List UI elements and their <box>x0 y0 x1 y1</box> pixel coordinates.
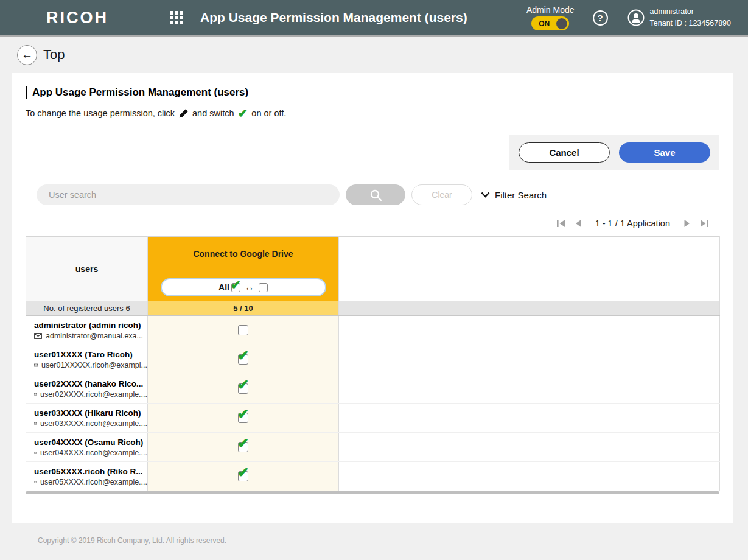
pagination-text: 1 - 1 / 1 Application <box>595 219 670 228</box>
page-title: App Usage Permission Management (users) <box>32 86 248 99</box>
app-launcher-grid-icon[interactable] <box>170 11 183 24</box>
all-unchecked-checkbox-icon <box>259 283 268 292</box>
actions-strip: Cancel Save <box>509 135 719 170</box>
envelope-icon <box>34 362 38 368</box>
toggle-knob-icon <box>556 18 567 29</box>
instruction-text: To change the usage permission, click an… <box>26 107 719 119</box>
back-button[interactable]: ← <box>17 45 37 65</box>
permission-cell[interactable] <box>148 316 339 345</box>
permission-checkbox[interactable] <box>238 413 248 423</box>
empty-cell-1 <box>339 374 530 404</box>
admin-mode-state: ON <box>539 19 550 28</box>
admin-mode-label: Admin Mode <box>526 5 575 15</box>
user-cell: user01XXXX (Taro Ricoh) user01XXXXX.rico… <box>26 345 148 374</box>
table-row: user04XXXX (Osamu Ricoh) user04XXXX.rico… <box>26 433 720 462</box>
permission-cell[interactable] <box>148 374 339 404</box>
user-search-input[interactable] <box>37 184 340 205</box>
user-cell: user02XXXX (hanako Rico... user02XXXX.ri… <box>26 374 148 404</box>
user-name: user02XXXX (hanako Rico... <box>34 379 147 388</box>
empty-cell-2 <box>530 345 720 374</box>
permission-checkbox[interactable] <box>238 442 248 452</box>
user-info-text: administrator Tenant ID : 1234567890 <box>650 6 731 29</box>
empty-cell-2 <box>530 374 720 404</box>
prev-page-button[interactable] <box>575 219 582 228</box>
user-email-text: user03XXXX.ricoh@example.... <box>40 419 147 428</box>
page-title-row: App Usage Permission Management (users) <box>26 86 719 99</box>
clear-button[interactable]: Clear <box>411 184 472 205</box>
permission-cell[interactable] <box>148 462 339 491</box>
empty-cell-1 <box>339 316 530 345</box>
table-row: user03XXXX (Hikaru Ricoh) user03XXXX.ric… <box>26 404 720 433</box>
count-empty-cell-1 <box>339 301 530 316</box>
empty-cell-1 <box>339 433 530 462</box>
user-email: user02XXXX.ricoh@example.... <box>34 390 147 399</box>
left-right-arrow-icon: ↔ <box>245 282 254 293</box>
permission-cell[interactable] <box>148 404 339 433</box>
user-account-block[interactable]: administrator Tenant ID : 1234567890 <box>627 6 731 29</box>
app-column-header: Connect to Google Drive All ↔ <box>148 237 339 301</box>
empty-cell-2 <box>530 462 720 491</box>
user-rows: administrator (admin ricoh) administrato… <box>26 316 720 491</box>
next-page-button[interactable] <box>683 219 691 228</box>
envelope-icon <box>34 450 37 456</box>
logo-area: RICOH <box>0 0 155 35</box>
cancel-button[interactable]: Cancel <box>519 142 610 163</box>
empty-cell-2 <box>530 404 720 433</box>
user-email: user03XXXX.ricoh@example.... <box>34 419 147 428</box>
user-email-text: user01XXXXX.ricoh@exampl... <box>41 361 147 369</box>
user-cell: user05XXXX.ricoh (Riko R... user05XXXX.r… <box>26 462 148 491</box>
permission-checkbox[interactable] <box>238 383 248 394</box>
permission-cell[interactable] <box>148 345 339 374</box>
count-row: No. of registered users 6 5 / 10 <box>26 301 720 316</box>
user-name: user03XXXX (Hikaru Ricoh) <box>34 408 147 418</box>
search-icon <box>369 189 382 201</box>
app-column-title: Connect to Google Drive <box>148 249 338 259</box>
instruction-suffix: on or off. <box>251 108 286 118</box>
user-email-text: administrator@manual.exa... <box>46 332 143 340</box>
permission-checkbox[interactable] <box>238 354 248 365</box>
page-footer: Copyright © 2019 Ricoh Company, Ltd. All… <box>0 523 748 545</box>
user-email-text: user05XXXX.ricoh@example.... <box>40 478 147 486</box>
user-avatar-icon <box>627 9 645 26</box>
user-name-text: administrator <box>650 6 731 18</box>
user-name: administrator (admin ricoh) <box>34 321 147 330</box>
user-email-text: user02XXXX.ricoh@example.... <box>40 390 147 399</box>
user-email: administrator@manual.exa... <box>34 332 147 340</box>
permission-cell[interactable] <box>148 433 339 462</box>
empty-cell-2 <box>530 316 720 345</box>
search-row: Clear Filter Search <box>26 184 719 205</box>
envelope-icon <box>34 479 37 485</box>
instruction-middle: and switch <box>192 108 234 118</box>
last-page-button[interactable] <box>699 219 709 228</box>
help-icon[interactable]: ? <box>593 10 608 26</box>
filter-search-label: Filter Search <box>495 190 547 200</box>
copyright-text: Copyright © 2019 Ricoh Company, Ltd. All… <box>38 536 226 545</box>
ricoh-logo: RICOH <box>46 9 108 27</box>
user-cell: user03XXXX (Hikaru Ricoh) user03XXXX.ric… <box>26 404 148 433</box>
check-icon: ✔ <box>238 107 248 119</box>
back-label[interactable]: Top <box>43 47 65 63</box>
empty-cell-2 <box>530 433 720 462</box>
user-email: user01XXXXX.ricoh@exampl... <box>34 361 147 369</box>
admin-mode-block: Admin Mode ON <box>526 5 575 30</box>
pencil-icon <box>178 108 189 119</box>
envelope-icon <box>34 333 42 339</box>
filter-search-toggle[interactable]: Filter Search <box>481 190 547 200</box>
table-row: user01XXXX (Taro Ricoh) user01XXXXX.rico… <box>26 345 720 374</box>
empty-cell-1 <box>339 345 530 374</box>
app-header: RICOH App Usage Permission Management (u… <box>0 0 748 37</box>
user-email-text: user04XXXX.ricoh@example.... <box>40 449 147 457</box>
chevron-down-icon <box>481 192 490 198</box>
horizontal-scrollbar[interactable] <box>26 491 719 494</box>
save-button[interactable]: Save <box>619 142 710 163</box>
empty-column-header-1 <box>339 237 530 301</box>
permission-checkbox[interactable] <box>238 325 248 335</box>
all-checked-checkbox-icon <box>231 283 240 292</box>
first-page-button[interactable] <box>556 219 566 228</box>
license-usage-count: 5 / 10 <box>148 301 339 316</box>
admin-mode-toggle[interactable]: ON <box>531 16 569 30</box>
search-button[interactable] <box>346 184 405 205</box>
breadcrumb-bar: ← Top <box>0 37 748 73</box>
select-all-toggle[interactable]: All ↔ <box>161 278 326 296</box>
permission-checkbox[interactable] <box>238 471 248 481</box>
